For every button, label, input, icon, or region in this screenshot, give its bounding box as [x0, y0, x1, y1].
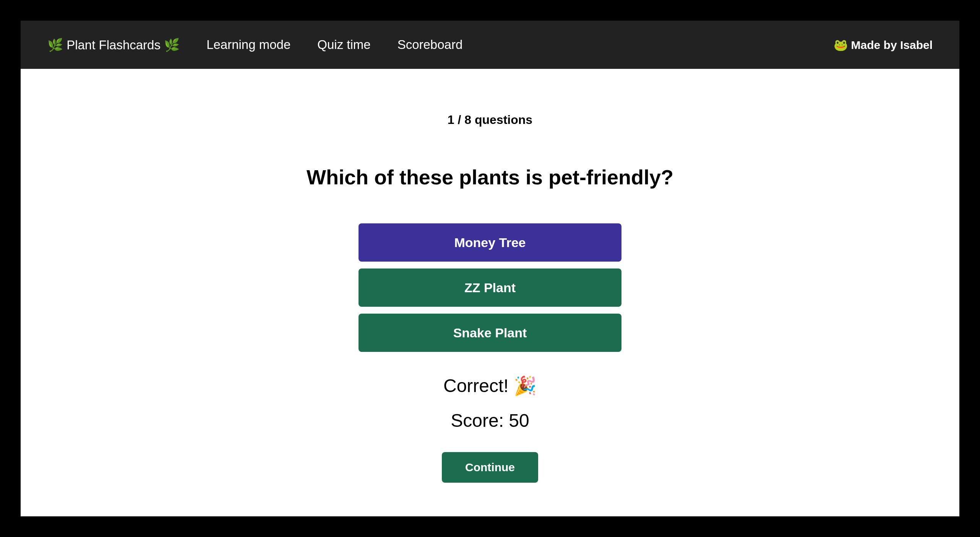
- answer-option-3[interactable]: Snake Plant: [359, 314, 621, 352]
- feedback-text: Correct! 🎉: [443, 375, 537, 397]
- answer-option-2[interactable]: ZZ Plant: [359, 268, 621, 307]
- main-content: 1 / 8 questions Which of these plants is…: [21, 69, 959, 483]
- nav-link-quiz-time[interactable]: Quiz time: [317, 37, 370, 52]
- nav-brand[interactable]: 🌿 Plant Flashcards 🌿: [47, 37, 180, 52]
- nav-link-learning-mode[interactable]: Learning mode: [206, 37, 290, 52]
- continue-button[interactable]: Continue: [442, 452, 538, 483]
- navbar: 🌿 Plant Flashcards 🌿 Learning mode Quiz …: [21, 21, 959, 69]
- app-container: 🌿 Plant Flashcards 🌿 Learning mode Quiz …: [21, 21, 959, 516]
- question-text: Which of these plants is pet-friendly?: [307, 165, 673, 189]
- score-text: Score: 50: [451, 410, 529, 431]
- answer-option-1[interactable]: Money Tree: [359, 223, 621, 262]
- nav-credit[interactable]: 🐸 Made by Isabel: [834, 38, 933, 52]
- nav-left: 🌿 Plant Flashcards 🌿 Learning mode Quiz …: [47, 37, 462, 52]
- question-counter: 1 / 8 questions: [448, 113, 532, 127]
- nav-link-scoreboard[interactable]: Scoreboard: [398, 37, 463, 52]
- answer-options: Money Tree ZZ Plant Snake Plant: [359, 223, 621, 352]
